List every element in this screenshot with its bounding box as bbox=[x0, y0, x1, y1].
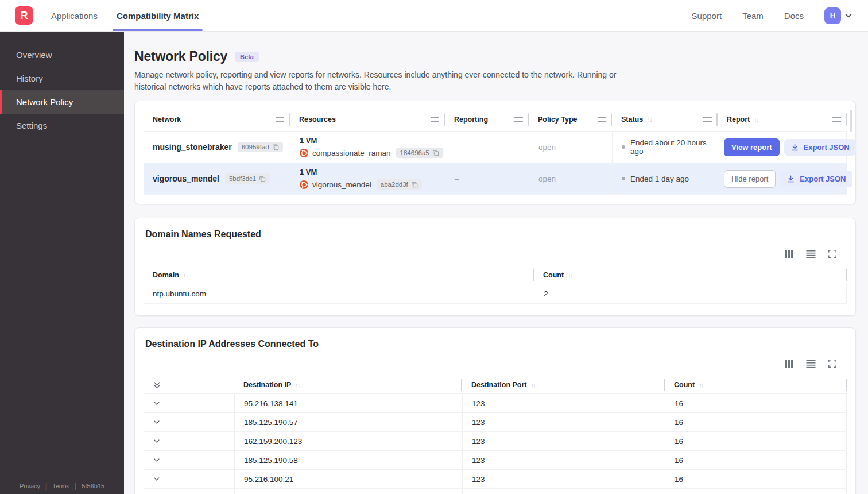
row-expander-cell bbox=[144, 431, 234, 450]
column-header-count: Count ↑↓ bbox=[534, 267, 847, 284]
reporting-cell: – bbox=[445, 163, 529, 194]
copy-icon[interactable] bbox=[272, 144, 279, 150]
column-header-destination-ip: Destination IP ↑↓ bbox=[234, 376, 462, 393]
column-drag-handle[interactable] bbox=[703, 117, 712, 122]
copy-icon[interactable] bbox=[259, 175, 266, 182]
resources-cell: 1 VM vigorous_mendel aba2dd3f bbox=[290, 163, 445, 194]
chevron-down-icon[interactable] bbox=[153, 418, 161, 426]
logo-letter: R bbox=[21, 10, 28, 22]
column-drag-handle[interactable] bbox=[832, 117, 841, 122]
nav-link-team[interactable]: Team bbox=[742, 11, 764, 21]
row-expander-cell bbox=[144, 450, 234, 469]
destination-row-partial bbox=[144, 488, 847, 494]
resources-cell: 1 VM compassionate_raman 184696a5 bbox=[290, 131, 445, 163]
sidebar-item-history[interactable]: History bbox=[0, 67, 124, 90]
table-toolbar bbox=[144, 248, 837, 260]
domain-row[interactable]: ntp.ubuntu.com 2 bbox=[144, 284, 847, 303]
network-row-musing-stonebraker[interactable]: musing_stonebraker 60959fad 1 VM bbox=[144, 131, 847, 163]
column-drag-handle[interactable] bbox=[598, 117, 606, 122]
count-cell: 16 bbox=[665, 431, 847, 450]
count-cell: 16 bbox=[665, 469, 847, 488]
app-logo[interactable]: R bbox=[15, 6, 33, 25]
policy-type-cell: open bbox=[529, 163, 612, 194]
resource-name: vigorous_mendel bbox=[312, 180, 371, 189]
status-cell: Ended 1 day ago bbox=[612, 163, 718, 194]
view-report-button[interactable]: View report bbox=[724, 138, 780, 156]
nav-tab-applications[interactable]: Applications bbox=[51, 0, 98, 31]
columns-icon[interactable] bbox=[784, 249, 794, 259]
columns-icon[interactable] bbox=[784, 359, 794, 369]
sort-icon[interactable]: ↑↓ bbox=[568, 272, 572, 279]
copy-icon[interactable] bbox=[432, 149, 439, 156]
sidebar-item-settings[interactable]: Settings bbox=[0, 114, 124, 137]
build-version: 5f56b15 bbox=[82, 483, 104, 489]
rows-icon[interactable] bbox=[806, 359, 816, 369]
destination-port-cell: 123 bbox=[462, 431, 665, 450]
count-cell: 16 bbox=[665, 393, 847, 412]
table-scrollbar[interactable] bbox=[850, 110, 852, 132]
column-drag-handle[interactable] bbox=[431, 117, 439, 122]
expand-icon[interactable] bbox=[828, 249, 837, 258]
sort-icon[interactable]: ↑↓ bbox=[295, 381, 300, 388]
hide-report-button[interactable]: Hide report bbox=[724, 170, 776, 188]
destination-row: 95.216.138.141 123 16 bbox=[144, 393, 847, 412]
privacy-link[interactable]: Privacy bbox=[20, 483, 40, 489]
chevron-down-icon[interactable] bbox=[153, 456, 161, 464]
expand-all-header bbox=[144, 376, 234, 393]
column-header-report: Report ↑↓ bbox=[718, 108, 847, 131]
nav-link-docs[interactable]: Docs bbox=[784, 11, 804, 21]
nav-tab-compatibility-matrix[interactable]: Compatibility Matrix bbox=[117, 0, 199, 31]
destination-port-cell: 123 bbox=[462, 412, 665, 431]
export-json-button[interactable]: Export JSON bbox=[780, 171, 852, 187]
column-header-domain: Domain ↑↓ bbox=[144, 267, 534, 284]
sort-icon[interactable]: ↑↓ bbox=[754, 116, 758, 123]
destinations-table-header: Destination IP ↑↓ Destination Port ↑↓ Co… bbox=[144, 376, 847, 393]
sort-icon[interactable]: ↑↓ bbox=[183, 272, 188, 279]
expand-icon[interactable] bbox=[828, 359, 837, 368]
sort-icon[interactable]: ↑↓ bbox=[699, 381, 703, 388]
status-dot-icon bbox=[622, 145, 625, 149]
networks-card: Network Resources Reporting Policy Type … bbox=[134, 101, 856, 204]
avatar: H bbox=[824, 7, 841, 24]
ubuntu-icon bbox=[300, 180, 308, 189]
destinations-table-body: 95.216.138.141 123 16 185.125.190.57 123… bbox=[144, 393, 847, 494]
resource-name: compassionate_raman bbox=[312, 149, 391, 157]
top-navbar: R Applications Compatibility Matrix Supp… bbox=[0, 0, 868, 32]
column-header-destination-port: Destination Port ↑↓ bbox=[462, 376, 665, 393]
export-json-button[interactable]: Export JSON bbox=[784, 139, 856, 156]
destination-port-cell: 123 bbox=[462, 469, 665, 488]
column-drag-handle[interactable] bbox=[514, 117, 523, 122]
page-description: Manage network policy, reporting and vie… bbox=[134, 69, 635, 93]
chevron-down-icon[interactable] bbox=[153, 437, 161, 445]
network-id-badge: 60959fad bbox=[238, 142, 283, 152]
column-header-policy-type: Policy Type bbox=[529, 108, 612, 131]
nav-link-support[interactable]: Support bbox=[692, 11, 722, 21]
chevron-down-icon[interactable] bbox=[153, 399, 161, 407]
domains-table-header: Domain ↑↓ Count ↑↓ bbox=[144, 267, 847, 284]
terms-link[interactable]: Terms bbox=[52, 483, 69, 489]
sidebar-item-overview[interactable]: Overview bbox=[0, 43, 124, 67]
sort-icon[interactable]: ↑↓ bbox=[531, 381, 536, 388]
main-content: Network Policy Beta Manage network polic… bbox=[124, 32, 868, 494]
report-cell: Hide report Export JSON bbox=[718, 163, 847, 194]
user-menu[interactable]: H bbox=[824, 7, 853, 24]
rows-icon[interactable] bbox=[806, 249, 816, 259]
sidebar: Overview History Network Policy Settings… bbox=[0, 32, 124, 494]
sort-icon[interactable]: ↑↓ bbox=[647, 116, 652, 123]
network-cell: vigorous_mendel 5bdf3dc1 bbox=[144, 163, 290, 194]
destination-ip-cell: 162.159.200.123 bbox=[234, 431, 462, 450]
copy-icon[interactable] bbox=[411, 181, 418, 188]
domains-card: Domain Names Requested Domain ↑↓ Co bbox=[134, 218, 856, 316]
domains-card-title: Domain Names Requested bbox=[144, 229, 847, 240]
sidebar-item-network-policy[interactable]: Network Policy bbox=[0, 90, 124, 114]
row-expander-cell bbox=[144, 469, 234, 488]
beta-badge: Beta bbox=[235, 52, 259, 62]
download-icon bbox=[790, 143, 799, 152]
double-chevron-down-icon[interactable] bbox=[153, 381, 161, 389]
column-drag-handle[interactable] bbox=[276, 117, 284, 122]
destination-row: 95.216.100.21 123 16 bbox=[144, 469, 847, 488]
count-cell: 16 bbox=[665, 412, 847, 431]
network-row-vigorous-mendel[interactable]: vigorous_mendel 5bdf3dc1 1 VM bbox=[144, 163, 847, 194]
download-icon bbox=[786, 175, 795, 183]
chevron-down-icon[interactable] bbox=[153, 475, 161, 483]
